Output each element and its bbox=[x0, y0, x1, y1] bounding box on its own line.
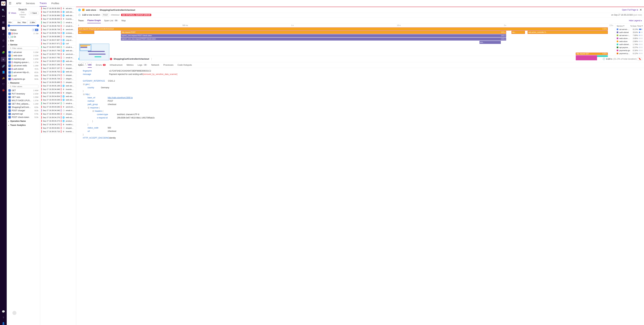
trace-row[interactable]: Sep 27 16:39:34.061🖵shopist… bbox=[40, 126, 76, 130]
tab-flame-graph[interactable]: Flame Graph bbox=[88, 18, 100, 23]
close-button[interactable]: ✕ bbox=[640, 8, 642, 12]
trace-row[interactable]: Sep 27 16:39:36.763🌐web-sto… bbox=[40, 70, 76, 73]
trace-row[interactable]: Sep 27 16:39:33.716⚙invento… bbox=[40, 130, 76, 133]
legend-item[interactable]: auth-dotnet-...1.74% bbox=[617, 43, 643, 46]
trace-row[interactable]: Sep 27 16:39:38.981🌐web-sto… bbox=[40, 10, 76, 14]
facet-item[interactable]: ShoppingCartContr...626k bbox=[8, 105, 38, 109]
flame-span[interactable]: pos… bbox=[480, 41, 501, 44]
facet-item[interactable]: payments-go583k bbox=[8, 77, 38, 81]
tab-apm[interactable]: APM bbox=[16, 0, 21, 6]
nav-flow-icon[interactable]: ⇄ bbox=[2, 45, 4, 48]
facet-item[interactable]: ad-server-redis1.18M bbox=[8, 64, 38, 67]
legend-service-head[interactable]: Service ▾ bbox=[617, 25, 624, 27]
detail-service[interactable]: web-store bbox=[86, 9, 96, 11]
legend-item[interactable]: web-store-m...3.95% bbox=[617, 37, 643, 40]
logo[interactable]: 🐶 bbox=[1, 1, 6, 6]
facet-item[interactable]: curl588k bbox=[8, 74, 38, 77]
trace-row[interactable]: Sep 27 16:39:35.688🖵shopist… bbox=[40, 81, 76, 84]
facet-item[interactable]: GET /ads1.59M bbox=[8, 95, 38, 99]
trace-row[interactable]: Sep 27 16:39:34.270⚙model-s… bbox=[40, 123, 76, 126]
tab-metrics[interactable]: Metrics bbox=[126, 62, 134, 67]
trace-row[interactable]: Sep 27 16:39:38.769🖵email-a… bbox=[40, 21, 76, 24]
nav-target-icon[interactable]: ◎ bbox=[2, 39, 4, 42]
tab-network[interactable]: Network bbox=[151, 62, 159, 67]
nav-nodes-icon[interactable]: ⚛ bbox=[2, 33, 4, 36]
facet-item[interactable]: POST /check-token533k bbox=[8, 116, 38, 119]
nav-chat-icon[interactable]: 💬 bbox=[2, 310, 5, 313]
facet-status[interactable]: ▾Status≡✕ bbox=[8, 28, 38, 32]
trace-row[interactable]: Sep 27 16:39:38.088🖵shopist… bbox=[40, 35, 76, 38]
detail-op[interactable]: ShoppingCartController#checkout bbox=[100, 9, 135, 11]
trace-row[interactable]: Sep 27 16:39:34.273🌐product… bbox=[40, 119, 76, 123]
facet-env[interactable]: ▸Env bbox=[8, 38, 38, 42]
facet-item[interactable]: GET2.46M bbox=[8, 89, 38, 92]
save-button[interactable]: + Save bbox=[29, 11, 38, 15]
trace-row[interactable]: Sep 27 16:39:37.249⚙invento… bbox=[40, 63, 76, 66]
facet-item[interactable]: POST /charge/583k bbox=[8, 109, 38, 112]
nav-help-icon[interactable]: ? bbox=[3, 316, 4, 319]
tab-traces[interactable]: Traces bbox=[40, 0, 46, 6]
facet-item[interactable]: PUT /inventory2.32M bbox=[8, 92, 38, 95]
flame-span[interactable]: mo… bbox=[512, 31, 525, 34]
legend-item[interactable]: payments-go0.16% bbox=[617, 49, 643, 52]
trace-row[interactable]: Sep 27 16:39:38.833⚙invento… bbox=[40, 17, 76, 21]
trace-row[interactable]: Sep 27 16:39:35.188🌐web-sto… bbox=[40, 84, 76, 88]
hamburger-icon[interactable]: ☰ bbox=[9, 1, 12, 5]
legend-item[interactable]: ad-server-re...7.89% bbox=[617, 34, 643, 37]
flame-span[interactable]: aspnet_core.request POST /check-token1.6… bbox=[121, 34, 506, 37]
trace-row[interactable]: Sep 27 16:39:37.197🖵shopist… bbox=[40, 66, 76, 70]
facet-item[interactable]: web-store2.52M bbox=[8, 54, 38, 57]
trace-row[interactable]: Sep 27 16:39:37.987🌐corp-si… bbox=[40, 38, 76, 42]
trace-row[interactable]: Sep 27 16:39:38.734🌐reviews… bbox=[40, 31, 76, 35]
facet-tracer-analytics[interactable]: ▸Tracer Analytics bbox=[8, 123, 38, 127]
facet-item[interactable]: payment-api578k bbox=[8, 112, 38, 116]
tab-infrastructure[interactable]: Infrastructure bbox=[110, 62, 122, 67]
bookmark-icon[interactable]: 🔖 bbox=[638, 57, 642, 61]
facet-item[interactable]: MULTI SADD LPUS...1.37M bbox=[8, 99, 38, 102]
legend-item[interactable]: web-store2.90% bbox=[617, 40, 643, 43]
trace-row[interactable]: Sep 27 16:39:38.966🌐web-sto… bbox=[40, 14, 76, 17]
nav-chart-icon[interactable]: 📈 bbox=[2, 27, 5, 30]
nav-shield-icon[interactable]: 🛡 bbox=[2, 83, 5, 86]
trace-row[interactable]: Sep 27 16:39:37.795⚙send-em… bbox=[40, 52, 76, 56]
flame-span[interactable]: http.request POST1.61 s bbox=[121, 31, 506, 34]
nav-dashboard-icon[interactable]: ▦ bbox=[2, 21, 4, 24]
facet-service[interactable]: ▾Service bbox=[8, 42, 38, 46]
facet-resource[interactable]: ▾Resource bbox=[8, 81, 38, 85]
facet-item[interactable]: inventory-api2.32M bbox=[8, 57, 38, 61]
nav-puzzle-icon[interactable]: 🧩 bbox=[2, 51, 5, 54]
tab-profiles[interactable]: Profiles bbox=[51, 0, 59, 6]
trace-row[interactable]: Sep 27 16:39:34.547🖵email-a… bbox=[40, 102, 76, 105]
trace-row[interactable]: Sep 27 16:39:34.940⚙shippin… bbox=[40, 91, 76, 95]
trace-row[interactable]: Sep 27 16:39:36.279🖵shopist… bbox=[40, 73, 76, 77]
flame-span[interactable]: mo… bbox=[78, 31, 94, 34]
nav-bug-icon[interactable]: 🐞 bbox=[2, 89, 5, 92]
trace-row[interactable]: Sep 27 16:39:34.540⚙send-em… bbox=[40, 105, 76, 109]
trace-row[interactable]: Sep 27 16:39:37.520🌐web-sto… bbox=[40, 59, 76, 63]
max-input[interactable] bbox=[27, 20, 36, 24]
trace-row[interactable]: Sep 27 16:39:35.728🖵shippin… bbox=[40, 77, 76, 81]
tab-errors[interactable]: Errors9 bbox=[96, 62, 106, 67]
facet-filter-input[interactable] bbox=[8, 46, 38, 50]
legend-item[interactable]: auth-dotnet20.8% bbox=[617, 31, 643, 34]
facet-item[interactable]: GET /find_ad/para...1.18M bbox=[8, 102, 38, 105]
duration-slider[interactable] bbox=[8, 25, 38, 26]
trace-row[interactable]: Sep 27 16:39:37.795🖵email-m… bbox=[40, 56, 76, 59]
flame-span[interactable]: rack.request ShoppingCartController#chec… bbox=[78, 27, 608, 30]
trace-row[interactable]: Sep 27 16:39:37.800🖵email-a… bbox=[40, 45, 76, 49]
nav-search-icon[interactable]: 🔍 bbox=[2, 9, 5, 12]
legend-item[interactable]: api.payment...0.37% bbox=[617, 46, 643, 49]
trace-row[interactable]: Sep 27 16:39:38.734⚙send-em… bbox=[40, 28, 76, 31]
facet-item[interactable]: ad-server-http-cli...652k bbox=[8, 71, 38, 74]
trace-row[interactable]: Sep 27 16:39:34.540🖵email-m… bbox=[40, 109, 76, 112]
fg-get[interactable]: http.request GET5.03 s bbox=[576, 53, 608, 55]
trace-row[interactable]: Sep 27 16:39:34.548🌐web-sto… bbox=[40, 98, 76, 102]
trace-row[interactable]: Sep 27 16:39:34.276🌐web-sto… bbox=[40, 116, 76, 119]
trace-row[interactable]: Sep 27 16:39:37.971🌐curl bbox=[40, 42, 76, 45]
facet-operation-name[interactable]: ▸Operation Name bbox=[8, 119, 38, 123]
trace-row[interactable]: Sep 27 16:39:38.763🖵email-m… bbox=[40, 24, 76, 28]
facet-item[interactable]: auth-dotnet707k bbox=[8, 67, 38, 71]
facet-item[interactable]: Error17.3M bbox=[8, 32, 38, 35]
nav-link-icon[interactable]: 🔗 bbox=[2, 65, 5, 68]
nav-user-icon[interactable]: 👤 bbox=[2, 322, 5, 325]
